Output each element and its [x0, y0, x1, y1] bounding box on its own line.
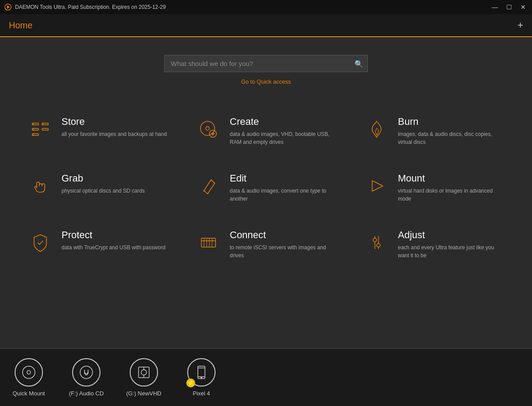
store-text: Store all your favorite images and backu… — [62, 116, 169, 138]
search-container: 🔍 — [164, 55, 368, 72]
store-icon — [27, 116, 54, 143]
title-bar-text: DAEMON Tools Ultra. Paid Subscription. E… — [15, 4, 490, 10]
quick-mount-label: Quick Mount — [13, 390, 45, 397]
feature-grid: Store all your favorite images and backu… — [14, 103, 518, 273]
store-item[interactable]: Store all your favorite images and backu… — [14, 103, 182, 159]
pixel4-label: Pixel 4 — [193, 390, 210, 397]
quick-mount-icon — [15, 358, 43, 387]
connect-text: Connect to remote iSCSI servers with ima… — [230, 229, 337, 259]
edit-item[interactable]: Edit data & audio images, convert one ty… — [182, 159, 350, 216]
grab-text: Grab physical optical discs and SD cards — [62, 173, 169, 195]
edit-icon — [195, 173, 222, 199]
audio-cd-item[interactable]: (F:) Audio CD — [66, 358, 106, 397]
svg-point-28 — [23, 366, 35, 379]
audio-cd-label: (F:) Audio CD — [69, 390, 104, 397]
quick-access-link[interactable]: Go to Quick access — [241, 78, 291, 85]
bottom-bar: Quick Mount (F:) Audio CD (G:) NewVHD — [0, 348, 532, 406]
minimize-button[interactable]: — — [490, 4, 499, 11]
svg-rect-7 — [32, 128, 34, 130]
burn-icon — [363, 116, 390, 143]
mount-item[interactable]: Mount virtual hard disks or images in ad… — [350, 159, 518, 216]
page-title: Home — [9, 20, 32, 31]
protect-title: Protect — [62, 229, 169, 241]
burn-title: Burn — [398, 116, 505, 128]
mount-icon — [363, 173, 390, 199]
new-vhd-item[interactable]: (G:) NewVHD — [124, 358, 164, 397]
svg-point-29 — [27, 371, 31, 374]
svg-rect-5 — [42, 123, 44, 125]
mount-title: Mount — [398, 173, 505, 184]
protect-item[interactable]: Protect data with TrueCrypt and USB with… — [14, 216, 182, 273]
svg-rect-10 — [32, 134, 34, 135]
svg-marker-1 — [7, 5, 10, 9]
audio-cd-icon — [72, 358, 100, 387]
new-vhd-label: (G:) NewVHD — [126, 390, 161, 397]
svg-point-12 — [206, 127, 209, 130]
svg-point-30 — [80, 366, 93, 379]
quick-mount-item[interactable]: Quick Mount — [9, 358, 49, 397]
grab-item[interactable]: Grab physical optical discs and SD cards — [14, 159, 182, 216]
search-input[interactable] — [164, 55, 368, 72]
grab-title: Grab — [62, 173, 169, 184]
svg-rect-18 — [201, 238, 216, 247]
create-title: Create — [230, 116, 337, 128]
connect-item[interactable]: Connect to remote iSCSI servers with ima… — [182, 216, 350, 273]
close-button[interactable]: ✕ — [519, 4, 528, 11]
connect-desc: to remote iSCSI servers with images and … — [230, 244, 337, 259]
protect-desc: data with TrueCrypt and USB with passwor… — [62, 244, 169, 251]
store-desc: all your favorite images and backups at … — [62, 130, 169, 138]
add-tab-button[interactable]: + — [517, 19, 523, 31]
grab-desc: physical optical discs and SD cards — [62, 187, 169, 195]
grab-icon — [27, 173, 54, 199]
create-item[interactable]: Create data & audio images, VHD, bootabl… — [182, 103, 350, 159]
svg-point-38 — [201, 377, 202, 378]
title-bar: DAEMON Tools Ultra. Paid Subscription. E… — [0, 0, 532, 14]
adjust-icon — [363, 229, 390, 256]
burn-text: Burn images, data & audio discs, disc co… — [398, 116, 505, 146]
protect-text: Protect data with TrueCrypt and USB with… — [62, 229, 169, 251]
adjust-text: Adjust each and every Ultra feature just… — [398, 229, 505, 259]
edit-text: Edit data & audio images, convert one ty… — [230, 173, 337, 203]
svg-point-32 — [141, 370, 146, 375]
adjust-desc: each and every Ultra feature just like y… — [398, 244, 505, 259]
pixel4-item[interactable]: ⭐ Pixel 4 — [181, 358, 221, 397]
burn-desc: images, data & audio discs, disc copies,… — [398, 130, 505, 146]
pixel4-icon: ⭐ — [187, 358, 216, 387]
connect-title: Connect — [230, 229, 337, 241]
svg-point-27 — [377, 244, 380, 247]
star-badge: ⭐ — [186, 379, 195, 387]
svg-rect-3 — [32, 123, 34, 125]
new-vhd-icon — [130, 358, 158, 387]
svg-marker-17 — [372, 181, 383, 191]
edit-title: Edit — [230, 173, 337, 184]
svg-point-26 — [373, 238, 377, 242]
search-icon[interactable]: 🔍 — [355, 59, 363, 68]
adjust-title: Adjust — [398, 229, 505, 241]
restore-button[interactable]: ☐ — [505, 4, 513, 11]
burn-item[interactable]: Burn images, data & audio discs, disc co… — [350, 103, 518, 159]
title-bar-controls: — ☐ ✕ — [490, 4, 528, 11]
mount-text: Mount virtual hard disks or images in ad… — [398, 173, 505, 203]
store-title: Store — [62, 116, 169, 128]
create-icon — [195, 116, 222, 143]
main-content: 🔍 Go to Quick access Store — [0, 37, 532, 348]
create-text: Create data & audio images, VHD, bootabl… — [230, 116, 337, 146]
svg-rect-8 — [42, 128, 48, 130]
create-desc: data & audio images, VHD, bootable USB, … — [230, 130, 337, 146]
nav-bar: Home + — [0, 14, 532, 37]
edit-desc: data & audio images, convert one type to… — [230, 187, 337, 203]
app-logo — [4, 4, 12, 11]
connect-icon — [195, 229, 222, 256]
protect-icon — [27, 229, 54, 256]
mount-desc: virtual hard disks or images in advanced… — [398, 187, 505, 203]
adjust-item[interactable]: Adjust each and every Ultra feature just… — [350, 216, 518, 273]
